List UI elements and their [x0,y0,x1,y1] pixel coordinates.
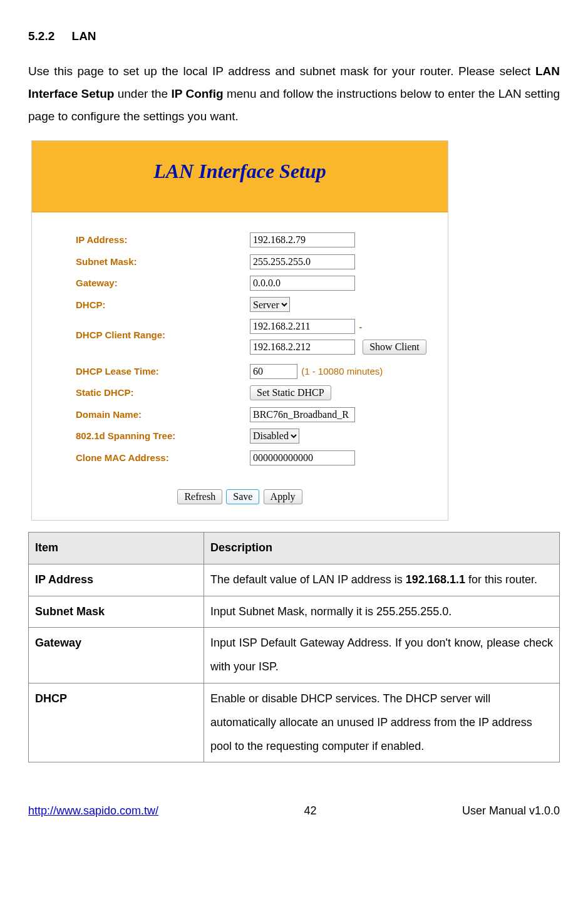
desc-cell: Input ISP Default Gateway Address. If yo… [204,628,560,683]
domain-name-input[interactable] [250,407,355,422]
label-subnet-mask: Subnet Mask: [76,253,250,271]
intro-paragraph: Use this page to set up the local IP add… [28,60,560,128]
table-row: Subnet Mask Input Subnet Mask, normally … [29,596,560,628]
label-gateway: Gateway: [76,274,250,293]
action-button-row: Refresh Save Apply [37,470,443,515]
label-ip-address: IP Address: [76,231,250,249]
intro-text: under the [118,87,172,100]
desc-cell: The default value of LAN IP address is 1… [204,564,560,596]
screenshot-title: LAN Interface Setup [153,160,326,182]
dhcp-range-end-input[interactable] [250,340,355,355]
desc-cell: Enable or disable DHCP services. The DHC… [204,683,560,762]
dhcp-range-start-input[interactable] [250,319,355,334]
header-description: Description [204,532,560,564]
intro-bold-2: IP Config [171,87,223,100]
show-client-button[interactable]: Show Client [363,340,426,355]
section-heading: 5.2.2 LAN [28,25,560,48]
section-title: LAN [72,29,96,43]
save-button[interactable]: Save [226,489,259,504]
label-dhcp: DHCP: [76,296,250,314]
label-static-dhcp: Static DHCP: [76,384,250,402]
apply-button[interactable]: Apply [264,489,302,504]
item-cell: DHCP [29,683,204,762]
refresh-button[interactable]: Refresh [177,489,222,504]
intro-text: Use this page to set up the local IP add… [28,65,535,78]
section-number: 5.2.2 [28,29,54,43]
footer-url: http://www.sapido.com.tw/ [28,800,158,821]
subnet-mask-input[interactable] [250,254,355,269]
item-cell: Subnet Mask [29,596,204,628]
footer-page-number: 42 [304,800,316,821]
screenshot-header: LAN Interface Setup [32,141,448,212]
label-clone-mac: Clone MAC Address: [76,449,250,467]
label-domain-name: Domain Name: [76,406,250,424]
label-spanning-tree: 802.1d Spanning Tree: [76,427,250,445]
lan-setup-screenshot: LAN Interface Setup IP Address: Subnet M… [31,140,448,521]
header-item: Item [29,532,204,564]
table-row: Gateway Input ISP Default Gateway Addres… [29,628,560,683]
ip-address-input[interactable] [250,232,355,247]
screenshot-form: IP Address: Subnet Mask: Gateway: DHCP: … [32,212,448,520]
lease-time-hint: (1 - 10080 minutes) [301,366,383,377]
page-footer: http://www.sapido.com.tw/ 42 User Manual… [28,800,560,821]
footer-version: User Manual v1.0.0 [462,800,560,821]
table-row: DHCP Enable or disable DHCP services. Th… [29,683,560,762]
table-header-row: Item Description [29,532,560,564]
dhcp-select[interactable]: Server [250,297,290,312]
label-dhcp-client-range: DHCP Client Range: [76,318,250,345]
description-table: Item Description IP Address The default … [28,532,560,762]
item-cell: Gateway [29,628,204,683]
dhcp-lease-time-input[interactable] [250,364,297,379]
item-cell: IP Address [29,564,204,596]
label-dhcp-lease-time: DHCP Lease Time: [76,363,250,381]
clone-mac-input[interactable] [250,450,355,465]
desc-cell: Input Subnet Mask, normally it is 255.25… [204,596,560,628]
gateway-input[interactable] [250,276,355,291]
range-separator: - [359,318,362,336]
table-row: IP Address The default value of LAN IP a… [29,564,560,596]
set-static-dhcp-button[interactable]: Set Static DHCP [250,385,331,400]
spanning-tree-select[interactable]: Disabled [250,429,299,444]
